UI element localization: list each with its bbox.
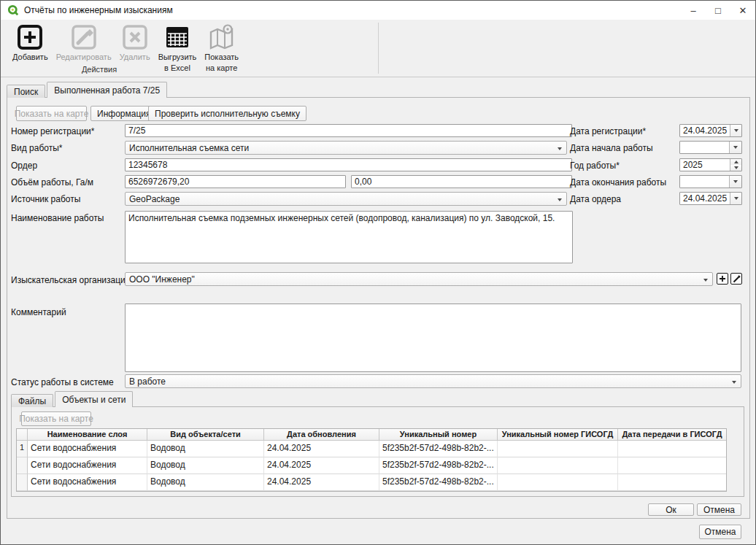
export-excel-label-line1: Выгрузить bbox=[158, 53, 197, 62]
row-number-cell[interactable]: 1 bbox=[17, 441, 28, 457]
end-date-picker[interactable] bbox=[679, 175, 742, 188]
chevron-down-icon bbox=[558, 147, 562, 150]
layer-cell[interactable]: Сети водоснабжения bbox=[28, 474, 147, 491]
row-number-cell[interactable] bbox=[17, 457, 28, 474]
column-header-layer[interactable]: Наименование слоя bbox=[28, 429, 147, 441]
volume-input-2[interactable] bbox=[351, 175, 572, 188]
minimize-button[interactable]: – bbox=[681, 1, 706, 20]
type-cell[interactable]: Водовод bbox=[147, 474, 264, 491]
organization-label: Изыскательская организация* bbox=[11, 275, 134, 285]
status-combo[interactable]: В работе bbox=[125, 374, 741, 388]
maximize-button[interactable]: □ bbox=[706, 1, 730, 20]
tab-search[interactable]: Поиск bbox=[7, 85, 45, 98]
table-row[interactable]: Сети водоснабжения Водовод 24.04.2025 5f… bbox=[17, 457, 726, 474]
edit-pencil-icon bbox=[70, 23, 98, 51]
type-cell[interactable]: Водовод bbox=[147, 441, 264, 457]
layer-cell[interactable]: Сети водоснабжения bbox=[28, 457, 147, 474]
table-header-row: Наименование слоя Вид объекта/сети Дата … bbox=[17, 429, 726, 441]
delete-x-icon bbox=[121, 23, 149, 51]
updated-cell[interactable]: 24.04.2025 bbox=[264, 474, 379, 491]
qgis-logo-icon bbox=[7, 4, 19, 16]
chevron-down-icon bbox=[734, 197, 738, 200]
gisogd-uid-cell[interactable] bbox=[498, 474, 618, 491]
tab-completed-work[interactable]: Выполненная работа 7/25 bbox=[47, 82, 167, 98]
add-icon bbox=[16, 23, 44, 51]
end-date-dropdown-button[interactable] bbox=[729, 176, 741, 188]
volume-input-1[interactable] bbox=[125, 175, 346, 188]
main-tab-bar: Поиск Выполненная работа 7/25 bbox=[7, 82, 167, 98]
reg-number-input[interactable] bbox=[125, 124, 572, 137]
edit-button-label: Редактировать bbox=[56, 53, 112, 62]
column-header-uid[interactable]: Уникальный номер bbox=[379, 429, 498, 441]
add-button[interactable]: Добавить bbox=[11, 22, 50, 63]
dialog-cancel-button[interactable]: Отмена bbox=[699, 525, 741, 539]
show-on-map-button: Показать на карте bbox=[16, 106, 87, 121]
reg-date-dropdown-button[interactable] bbox=[730, 125, 741, 136]
cancel-button[interactable]: Отмена bbox=[697, 503, 741, 516]
gisogd-uid-cell[interactable] bbox=[498, 457, 618, 474]
chevron-down-icon bbox=[558, 198, 562, 201]
layer-cell[interactable]: Сети водоснабжения bbox=[28, 441, 147, 457]
start-date-dropdown-button[interactable] bbox=[729, 142, 741, 153]
plus-icon bbox=[719, 275, 726, 282]
row-number-header[interactable] bbox=[17, 429, 28, 441]
edit-button: Редактировать bbox=[55, 22, 113, 63]
reg-date-picker[interactable]: 24.04.2025 bbox=[679, 124, 742, 137]
add-organization-button[interactable] bbox=[717, 273, 728, 285]
column-header-updated[interactable]: Дата обновления bbox=[264, 429, 379, 441]
status-value: В работе bbox=[129, 376, 166, 387]
gisogd-date-cell[interactable] bbox=[618, 441, 726, 457]
end-date-value bbox=[680, 176, 729, 188]
type-cell[interactable]: Водовод bbox=[147, 457, 264, 474]
work-type-value: Исполнительная съемка сети bbox=[129, 143, 249, 153]
order-date-picker[interactable]: 24.04.2025 bbox=[679, 192, 742, 205]
volume-label: Объём работы, Га/м bbox=[11, 177, 93, 188]
column-header-gisogd-date[interactable]: Дата передачи в ГИСОГД bbox=[618, 429, 726, 441]
source-label: Источник работы bbox=[11, 194, 80, 204]
check-survey-button[interactable]: Проверить исполнительную съемку bbox=[148, 106, 306, 121]
work-year-value: 2025 bbox=[680, 159, 730, 171]
dialog-bottom-bar: Отмена bbox=[1, 519, 755, 544]
work-year-up-button[interactable] bbox=[730, 159, 741, 165]
toolbar-show-on-map-label-line1: Показать bbox=[204, 53, 239, 62]
tab-objects-networks[interactable]: Объекты и сети bbox=[55, 391, 133, 407]
tab-files[interactable]: Файлы bbox=[11, 394, 53, 407]
ok-button[interactable]: Ок bbox=[648, 503, 694, 516]
edit-organization-button[interactable] bbox=[730, 273, 742, 285]
toolbar-show-on-map-button[interactable]: Показать на карте bbox=[203, 22, 240, 74]
source-combo[interactable]: GeoPackage bbox=[125, 192, 567, 206]
organization-value: ООО "Инженер" bbox=[129, 274, 195, 285]
column-header-type[interactable]: Вид объекта/сети bbox=[147, 429, 264, 441]
uid-cell[interactable]: 5f235b2f-57d2-498b-82b2-... bbox=[379, 457, 498, 474]
gisogd-uid-cell[interactable] bbox=[498, 441, 618, 457]
work-name-textarea[interactable]: Исполнительная съемка подземных инженерн… bbox=[125, 211, 573, 263]
order-date-dropdown-button[interactable] bbox=[730, 193, 741, 204]
title-bar: Отчёты по инженерным изысканиям – □ ✕ bbox=[1, 1, 755, 20]
information-button[interactable]: Информация bbox=[90, 106, 157, 121]
column-header-gisogd-uid[interactable]: Уникальный номер ГИСОГД bbox=[498, 429, 618, 441]
uid-cell[interactable]: 5f235b2f-57d2-498b-82b2-... bbox=[379, 441, 498, 457]
comment-textarea[interactable] bbox=[125, 304, 741, 372]
updated-cell[interactable]: 24.04.2025 bbox=[264, 457, 379, 474]
order-input[interactable] bbox=[125, 158, 572, 171]
close-button[interactable]: ✕ bbox=[730, 1, 755, 20]
order-label: Ордер bbox=[11, 161, 37, 171]
gisogd-date-cell[interactable] bbox=[618, 457, 726, 474]
table-row[interactable]: 1 Сети водоснабжения Водовод 24.04.2025 … bbox=[17, 441, 726, 457]
work-year-label: Год работы* bbox=[570, 161, 620, 171]
organization-combo[interactable]: ООО "Инженер" bbox=[125, 272, 713, 286]
uid-cell[interactable]: 5f235b2f-57d2-498b-82b2-... bbox=[379, 474, 498, 491]
work-type-combo[interactable]: Исполнительная съемка сети bbox=[125, 141, 567, 155]
updated-cell[interactable]: 24.04.2025 bbox=[264, 441, 379, 457]
objects-table: Наименование слоя Вид объекта/сети Дата … bbox=[16, 428, 727, 492]
reg-number-label: Номер регистрации* bbox=[11, 126, 95, 136]
chevron-down-icon bbox=[703, 279, 708, 282]
gisogd-date-cell[interactable] bbox=[618, 474, 726, 491]
toolbar-group-label: Действия bbox=[11, 65, 188, 74]
start-date-picker[interactable] bbox=[679, 141, 742, 154]
inner-tab-bar: Файлы Объекты и сети bbox=[11, 392, 133, 407]
work-year-spinner[interactable]: 2025 bbox=[679, 158, 742, 171]
work-year-down-button[interactable] bbox=[730, 165, 741, 171]
table-row[interactable]: Сети водоснабжения Водовод 24.04.2025 5f… bbox=[17, 474, 726, 491]
row-number-cell[interactable] bbox=[17, 474, 28, 491]
